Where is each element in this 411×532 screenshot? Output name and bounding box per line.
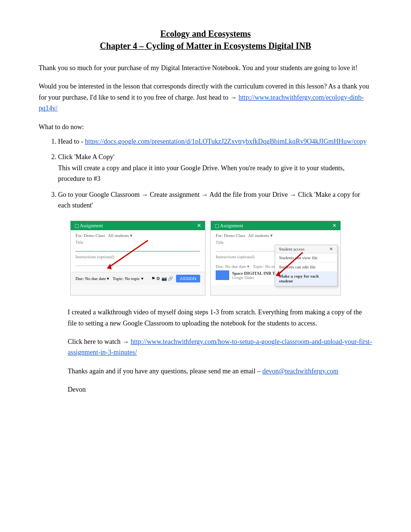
page: Ecology and Ecosystems Chapter 4 – Cycli… <box>0 0 411 532</box>
ss-left-instructions-input <box>75 260 200 266</box>
ss-left-body: For: Demo Class All students ▾ Title Ins… <box>71 230 205 272</box>
walkthrough-section: I created a walkthrough video of myself … <box>68 307 372 395</box>
ss-right-header: ▢ Assignment ✕ <box>211 221 340 230</box>
ss-dropdown-item-3: Make a copy for each student <box>275 272 337 286</box>
ss-dropdown-close: ✕ <box>329 247 333 251</box>
ss-left-icons: ⚑ ⚙ 📷 🔗 <box>151 276 173 281</box>
step2-detail: This will create a copy and place it int… <box>58 164 344 182</box>
step3-text: Go to your Google Classroom → Create ass… <box>58 191 360 209</box>
ss-right-file-icon <box>216 270 229 280</box>
ss-right-for-row: For: Demo Class All students ▾ <box>216 233 336 238</box>
ss-right-dropdown: Student access ✕ Students can view file … <box>275 245 338 286</box>
ss-right-all-students: All students ▾ <box>248 233 273 238</box>
screenshot-left: ▢ Assignment ✕ For: Demo Class All stude… <box>70 221 206 296</box>
what-to-do-label: What to do now: <box>39 122 372 133</box>
screenshots-container: ▢ Assignment ✕ For: Demo Class All stude… <box>39 221 372 296</box>
ss-left-title-input <box>75 246 200 251</box>
step-1: Head to - https://docs.google.com/presen… <box>58 136 372 147</box>
ss-left-for: For: Demo Class <box>75 233 105 238</box>
ss-left-title-label: Title <box>75 240 200 245</box>
ss-left-close: ✕ <box>197 222 201 229</box>
ss-right-title-label: Title <box>216 240 336 245</box>
sign-off: Devon <box>68 384 372 395</box>
thanks-para: Thanks again and if you have any questio… <box>68 366 372 377</box>
ss-left-footer: Due: No due date ▾ Topic: No topic ▾ ⚑ ⚙… <box>71 272 205 285</box>
ss-left-assign-btn[interactable]: ASSIGN <box>176 275 200 282</box>
ss-dropdown-header: Student access ✕ <box>275 245 337 253</box>
ss-left-due: Due: No due date ▾ Topic: No topic ▾ <box>75 276 144 281</box>
para2: Would you be interested in the lesson th… <box>39 81 372 114</box>
ss-left-actions: ⚑ ⚙ 📷 🔗 ASSIGN <box>151 275 200 282</box>
ss-right-title: ▢ Assignment <box>215 223 243 228</box>
ss-left-for-row: For: Demo Class All students ▾ <box>75 233 200 238</box>
step-2: Click 'Make A Copy' This will create a c… <box>58 152 372 184</box>
thanks-text: Thanks again and if you have any questio… <box>68 368 262 375</box>
click-here-para: Click here to watch → http://www.teachwi… <box>68 337 372 358</box>
screenshot-right: ▢ Assignment ✕ For: Demo Class All stude… <box>210 221 341 296</box>
ss-left-all-students: All students ▾ <box>108 233 132 238</box>
ss-dropdown-item-1: Students can view file <box>275 253 337 263</box>
step1-text: Head to - <box>58 138 85 145</box>
ss-left-header: ▢ Assignment ✕ <box>71 221 205 230</box>
step2-label: Click 'Make A Copy' <box>58 153 115 161</box>
step-3: Go to your Google Classroom → Create ass… <box>58 190 372 211</box>
click-here-text: Click here to watch → <box>68 338 131 345</box>
ss-left-instructions-label: Instructions (optional) <box>75 254 200 259</box>
walkthrough-para: I created a walkthrough video of myself … <box>68 307 372 329</box>
title-section: Ecology and Ecosystems Chapter 4 – Cycli… <box>39 29 372 51</box>
steps-list: Head to - https://docs.google.com/presen… <box>58 136 372 211</box>
ss-left-title: ▢ Assignment <box>74 223 103 228</box>
title-sub: Chapter 4 – Cycling of Matter in Ecosyst… <box>39 41 372 51</box>
title-main: Ecology and Ecosystems <box>39 29 372 39</box>
google-doc-link[interactable]: https://docs.google.com/presentation/d/1… <box>85 138 367 145</box>
ss-right-for: For: Demo Class <box>216 233 245 238</box>
ss-right-close: ✕ <box>332 222 337 229</box>
para1: Thank you so much for your purchase of m… <box>39 63 372 74</box>
ss-dropdown-item-2: Students can edit file <box>275 263 337 272</box>
email-link[interactable]: devon@teachwithfergy.com <box>262 368 338 375</box>
ss-dropdown-title-text: Student access <box>279 247 305 251</box>
